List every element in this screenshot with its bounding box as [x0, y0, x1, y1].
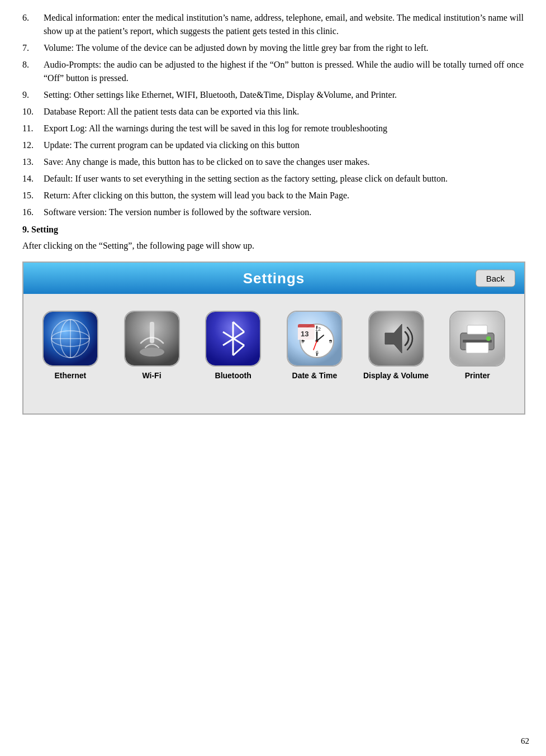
list-item: 13.Save: Any change is made, this button…	[22, 155, 524, 169]
svg-text:6: 6	[316, 350, 319, 355]
page-number: 62	[521, 736, 529, 746]
item-number: 11.	[22, 122, 44, 135]
item-text: Setting: Other settings like Ethernet, W…	[44, 88, 524, 102]
item-text: Save: Any change is made, this button ha…	[44, 155, 524, 169]
settings-header: Settings Back	[23, 263, 524, 294]
back-button[interactable]: Back	[476, 270, 515, 287]
ethernet-icon	[42, 311, 98, 367]
item-text: Volume: The volume of the device can be …	[44, 41, 524, 55]
list-item: 9.Setting: Other settings like Ethernet,…	[22, 88, 524, 102]
svg-rect-37	[467, 325, 487, 334]
bluetooth-icon	[205, 311, 261, 367]
list-item: 12.Update: The current program can be up…	[22, 139, 524, 152]
svg-rect-36	[466, 342, 488, 353]
settings-body: Ethernet	[23, 294, 524, 413]
item-number: 6.	[22, 11, 44, 38]
numbered-list: 6.Medical information: enter the medical…	[22, 11, 524, 219]
list-item: 10.Database Report: All the patient test…	[22, 105, 524, 118]
item-text: Medical information: enter the medical i…	[44, 11, 524, 38]
item-number: 9.	[22, 88, 44, 102]
list-item: 7.Volume: The volume of the device can b…	[22, 41, 524, 55]
settings-title: Settings	[243, 270, 305, 287]
list-item: 11.Export Log: All the warnings during t…	[22, 122, 524, 135]
item-text: Update: The current program can be updat…	[44, 139, 524, 152]
item-text: Export Log: All the warnings during the …	[44, 122, 524, 135]
settings-icon-displayvolume[interactable]: Display & Volume	[360, 311, 432, 380]
item-number: 8.	[22, 58, 44, 85]
item-text: Return: After clicking on this button, t…	[44, 189, 524, 202]
printer-label: Printer	[465, 371, 490, 380]
svg-text:3: 3	[329, 339, 332, 344]
wifi-label: Wi-Fi	[142, 371, 161, 380]
wifi-icon	[124, 311, 180, 367]
datetime-label: Date & Time	[292, 371, 338, 380]
svg-text:13: 13	[301, 330, 308, 338]
settings-icon-printer[interactable]: Printer	[441, 311, 513, 380]
section-para: After clicking on the “Setting”, the fol…	[22, 239, 524, 253]
item-number: 13.	[22, 155, 44, 169]
list-item: 15.Return: After clicking on this button…	[22, 189, 524, 202]
ethernet-label: Ethernet	[54, 371, 86, 380]
settings-icon-bluetooth[interactable]: Bluetooth	[197, 311, 269, 380]
bluetooth-label: Bluetooth	[215, 371, 251, 380]
item-text: Audio-Prompts: the audio can be adjusted…	[44, 58, 524, 85]
list-item: 6.Medical information: enter the medical…	[22, 11, 524, 38]
item-number: 16.	[22, 206, 44, 219]
list-item: 16.Software version: The version number …	[22, 206, 524, 219]
datetime-icon: 12 3 6 9 13	[287, 311, 343, 367]
svg-rect-7	[150, 322, 154, 343]
svg-point-8	[140, 348, 164, 356]
settings-icon-datetime[interactable]: 12 3 6 9 13 Date & Time	[279, 311, 350, 380]
item-number: 7.	[22, 41, 44, 55]
item-number: 14.	[22, 172, 44, 186]
item-number: 15.	[22, 189, 44, 202]
item-number: 12.	[22, 139, 44, 152]
settings-icon-ethernet[interactable]: Ethernet	[35, 311, 106, 380]
displayvolume-label: Display & Volume	[363, 371, 429, 380]
page-content: 6.Medical information: enter the medical…	[0, 0, 546, 437]
item-text: Software version: The version number is …	[44, 206, 524, 219]
displayvolume-icon	[368, 311, 424, 367]
settings-icons-row: Ethernet	[35, 311, 513, 380]
svg-text:12: 12	[315, 326, 321, 332]
item-text: Database Report: All the patient tests d…	[44, 105, 524, 118]
item-number: 10.	[22, 105, 44, 118]
printer-icon	[449, 311, 505, 367]
section-heading: 9. Setting	[22, 225, 524, 235]
list-item: 8.Audio-Prompts: the audio can be adjust…	[22, 58, 524, 85]
settings-panel: Settings Back	[22, 261, 525, 415]
list-item: 14.Default: If user wants to set everyth…	[22, 172, 524, 186]
settings-icon-wifi[interactable]: Wi-Fi	[116, 311, 188, 380]
item-text: Default: If user wants to set everything…	[44, 172, 524, 186]
svg-point-39	[486, 336, 491, 341]
